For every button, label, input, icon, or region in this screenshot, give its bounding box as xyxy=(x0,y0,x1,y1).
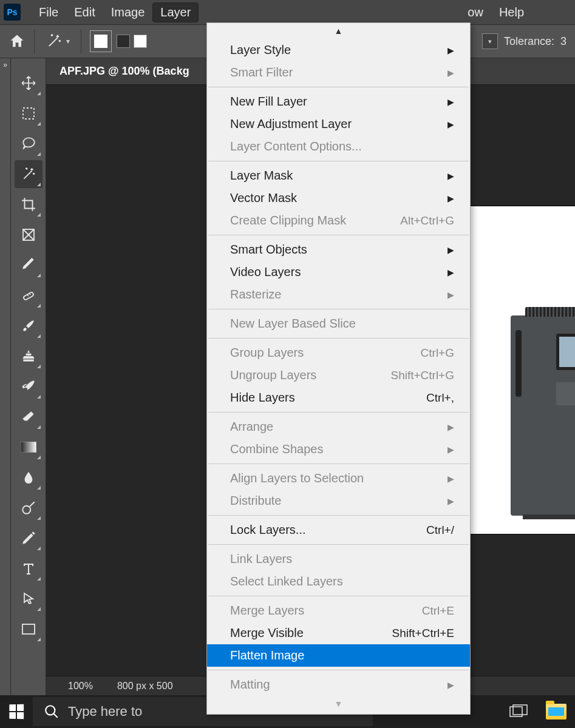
menu-item-label: Distribute xyxy=(230,494,281,508)
submenu-corner-icon xyxy=(37,122,41,126)
folder-icon xyxy=(546,704,566,720)
tool-preset-picker[interactable]: ▾ xyxy=(43,32,72,51)
menu-item-vector-mask[interactable]: Vector Mask▶ xyxy=(207,187,470,209)
svg-rect-4 xyxy=(22,292,33,300)
svg-rect-0 xyxy=(23,108,34,119)
menu-shortcut: Alt+Ctrl+G xyxy=(400,214,454,228)
menu-scroll-up[interactable]: ▲ xyxy=(207,23,470,39)
gradient-tool[interactable] xyxy=(15,433,43,461)
history-brush-tool[interactable] xyxy=(15,372,43,400)
menu-item-label: Merge Layers xyxy=(230,604,304,618)
menu-separator xyxy=(208,544,469,545)
submenu-arrow-icon: ▶ xyxy=(447,496,454,506)
menu-item-matting: Matting▶ xyxy=(207,673,470,696)
menu-item-video-layers[interactable]: Video Layers▶ xyxy=(207,261,470,283)
menu-separator xyxy=(208,235,469,235)
menu-shortcut: Shift+Ctrl+E xyxy=(392,627,454,640)
clone-stamp-tool[interactable] xyxy=(15,342,43,370)
menu-item-link-layers: Link Layers xyxy=(207,548,470,570)
rectangle-tool[interactable] xyxy=(15,615,43,643)
marquee-tool[interactable] xyxy=(15,99,43,127)
chevron-down-icon: ▾ xyxy=(488,38,492,46)
mode-swatch-2[interactable] xyxy=(134,35,147,48)
menu-item-merge-visible[interactable]: Merge VisibleShift+Ctrl+E xyxy=(207,622,470,644)
menu-scroll-down[interactable]: ▼ xyxy=(207,696,470,712)
path-selection-tool[interactable] xyxy=(15,585,43,613)
menu-item-create-clipping-mask: Create Clipping MaskAlt+Ctrl+G xyxy=(207,209,470,232)
menu-layer[interactable]: Layer xyxy=(153,3,198,22)
menu-item-label: Layer Style xyxy=(230,43,291,57)
menu-help[interactable]: Help xyxy=(492,3,531,22)
menu-edit[interactable]: Edit xyxy=(67,3,102,22)
menu-shortcut: Ctrl+G xyxy=(421,346,454,360)
healing-brush-tool[interactable] xyxy=(15,281,43,309)
crop-tool[interactable] xyxy=(15,190,43,218)
menu-item-label: Layer Mask xyxy=(230,169,293,183)
submenu-arrow-icon: ▶ xyxy=(447,268,454,277)
frame-tool[interactable] xyxy=(15,221,43,249)
dodge-tool[interactable] xyxy=(15,494,43,522)
menu-separator xyxy=(208,515,469,516)
menu-separator xyxy=(208,463,469,464)
eraser-tool[interactable] xyxy=(15,403,43,431)
menu-item-layer-mask[interactable]: Layer Mask▶ xyxy=(207,164,470,187)
menu-window[interactable]: ow xyxy=(460,3,491,22)
menu-item-rasterize: Rasterize▶ xyxy=(207,283,470,306)
fill-mode-swatch[interactable] xyxy=(90,30,112,52)
mode-swatch-1[interactable] xyxy=(117,35,130,48)
lasso-tool[interactable] xyxy=(15,130,43,158)
brush-tool[interactable] xyxy=(15,312,43,340)
layer-dropdown-menu: ▲ Layer Style▶Smart Filter▶New Fill Laye… xyxy=(206,22,471,715)
menu-item-flatten-image[interactable]: Flatten Image xyxy=(207,644,470,667)
submenu-arrow-icon: ▶ xyxy=(447,120,454,129)
menu-item-combine-shapes: Combine Shapes▶ xyxy=(207,438,470,460)
blur-tool[interactable] xyxy=(15,463,43,491)
submenu-arrow-icon: ▶ xyxy=(447,97,454,107)
menu-item-new-fill-layer[interactable]: New Fill Layer▶ xyxy=(207,90,470,113)
menu-item-label: Rasterize xyxy=(230,288,281,302)
file-explorer-button[interactable] xyxy=(537,695,575,728)
move-tool[interactable] xyxy=(15,69,43,97)
triangle-down-icon: ▼ xyxy=(335,699,343,709)
menu-item-layer-content-options: Layer Content Options... xyxy=(207,135,470,158)
eyedropper-tool[interactable] xyxy=(15,251,43,279)
sample-dropdown[interactable]: ▾ xyxy=(482,33,498,49)
menu-item-arrange: Arrange▶ xyxy=(207,416,470,438)
svg-rect-8 xyxy=(22,624,35,634)
menu-shortcut: Shift+Ctrl+G xyxy=(390,369,454,382)
app-logo[interactable]: Ps xyxy=(4,4,21,21)
search-icon xyxy=(44,704,60,720)
start-button[interactable] xyxy=(0,695,33,728)
menu-item-label: Group Layers xyxy=(230,346,304,360)
menu-item-label: Merge Visible xyxy=(230,626,304,640)
panel-collapse-rail[interactable]: » xyxy=(0,58,11,695)
tolerance-value[interactable]: 3 xyxy=(560,35,566,48)
menu-item-layer-style[interactable]: Layer Style▶ xyxy=(207,39,470,61)
pen-tool[interactable] xyxy=(15,524,43,552)
svg-line-7 xyxy=(30,502,35,507)
submenu-arrow-icon: ▶ xyxy=(447,68,454,78)
menu-file[interactable]: File xyxy=(32,3,66,22)
menu-item-lock-layers[interactable]: Lock Layers...Ctrl+/ xyxy=(207,519,470,541)
menu-separator xyxy=(208,87,469,87)
menu-separator xyxy=(208,596,469,596)
menu-separator xyxy=(208,338,469,339)
menu-item-distribute: Distribute▶ xyxy=(207,490,470,512)
menu-item-smart-objects[interactable]: Smart Objects▶ xyxy=(207,238,470,261)
home-icon[interactable] xyxy=(9,33,26,50)
divider xyxy=(34,29,35,53)
menu-separator xyxy=(208,412,469,413)
app-menubar: Ps FileEditImageLayer ow Help xyxy=(0,0,575,24)
taskview-button[interactable] xyxy=(500,695,537,728)
menu-item-label: Arrange xyxy=(230,420,273,434)
menu-item-hide-layers[interactable]: Hide LayersCtrl+, xyxy=(207,386,470,409)
menu-image[interactable]: Image xyxy=(104,3,152,22)
document-tab[interactable]: APF.JPG @ 100% (Backg xyxy=(46,58,203,84)
zoom-level[interactable]: 100% xyxy=(68,681,93,692)
menu-item-smart-filter: Smart Filter▶ xyxy=(207,61,470,84)
type-tool[interactable] xyxy=(15,554,43,582)
magic-wand-tool[interactable] xyxy=(15,160,43,188)
menu-item-new-adjustment-layer[interactable]: New Adjustment Layer▶ xyxy=(207,113,470,135)
divider xyxy=(81,29,81,53)
submenu-arrow-icon: ▶ xyxy=(447,46,454,55)
